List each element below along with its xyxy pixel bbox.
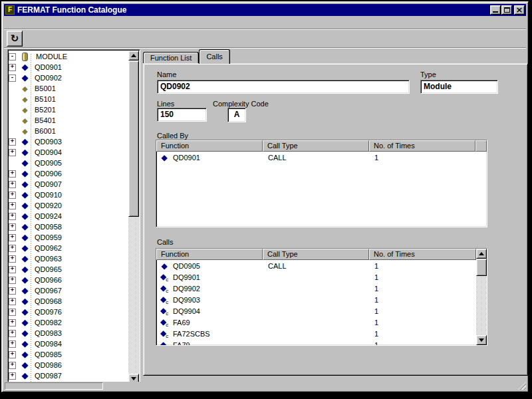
- title-bar[interactable]: F FERMAT Function Catalogue ×: [4, 4, 526, 16]
- tree-scrollbar[interactable]: [128, 51, 139, 384]
- tree-expander-icon[interactable]: +: [9, 287, 16, 295]
- tree-item-label[interactable]: QD0910: [33, 190, 64, 200]
- tree-item-label[interactable]: QD0965: [33, 265, 64, 274]
- column-header-call-type[interactable]: Call Type: [263, 140, 369, 152]
- tree-item-label[interactable]: QD0905: [33, 158, 64, 168]
- tree-item[interactable]: + QD0962: [9, 243, 128, 253]
- tree-expander-icon[interactable]: +: [9, 277, 16, 284]
- tree-item-label[interactable]: B5101: [33, 94, 58, 104]
- tab-calls[interactable]: Calls: [199, 49, 229, 64]
- tree-scroll-up-button[interactable]: [128, 51, 139, 61]
- tree-expander-icon[interactable]: +: [9, 170, 16, 178]
- tree-item[interactable]: + QD0901: [9, 62, 128, 72]
- tree-item[interactable]: B5001: [9, 83, 128, 94]
- tree-item-label[interactable]: QD0983: [33, 329, 64, 338]
- tree-expander-icon[interactable]: +: [9, 234, 16, 241]
- tree-item-label[interactable]: QD0901: [33, 63, 64, 72]
- tree-expander-icon[interactable]: +: [9, 213, 16, 220]
- tree-expander-icon[interactable]: +: [9, 192, 16, 199]
- tree-expander-icon[interactable]: +: [9, 255, 16, 263]
- menu-item[interactable]: [15, 21, 25, 24]
- tree-item[interactable]: + QD0968: [9, 296, 128, 307]
- tree-item-label[interactable]: MODULE: [34, 52, 69, 61]
- menu-item[interactable]: [25, 21, 36, 24]
- tree-item-label[interactable]: QD0987: [33, 371, 64, 380]
- tree-item[interactable]: + QD0903: [9, 136, 128, 147]
- table-row[interactable]: FA79 1: [156, 339, 487, 346]
- tree-item[interactable]: B5401: [9, 115, 128, 126]
- tree-expander-icon[interactable]: -: [9, 74, 16, 82]
- refresh-button[interactable]: ↻: [7, 31, 23, 47]
- tree-item[interactable]: + QD0986: [9, 360, 128, 370]
- tree-item[interactable]: + QD0966: [9, 275, 128, 285]
- tree-expander-icon[interactable]: +: [9, 362, 16, 369]
- tree-item[interactable]: + QD0910: [9, 190, 128, 200]
- tree-item[interactable]: + QD0906: [9, 168, 128, 179]
- tree-expander-icon[interactable]: +: [9, 330, 16, 337]
- tree-item-label[interactable]: B6001: [33, 126, 58, 136]
- tree-expander-icon[interactable]: +: [9, 181, 16, 188]
- column-header-function[interactable]: Function: [156, 249, 263, 260]
- tree-expander-icon[interactable]: +: [9, 340, 16, 348]
- table-row[interactable]: DQ9901 1: [156, 271, 487, 283]
- tree-item[interactable]: + QD0982: [9, 317, 128, 328]
- tree-item[interactable]: + QD0985: [9, 349, 128, 360]
- tree-item[interactable]: B6001: [9, 126, 128, 136]
- tree-item[interactable]: - QD0902: [9, 72, 128, 83]
- tree-item-label[interactable]: QD0906: [33, 169, 64, 178]
- tree-expander-icon[interactable]: +: [9, 266, 16, 273]
- tree-expander-icon[interactable]: +: [9, 351, 16, 358]
- maximize-button[interactable]: [501, 5, 512, 15]
- complexity-code-field[interactable]: A: [227, 108, 246, 122]
- tree-expander-icon[interactable]: +: [9, 64, 16, 71]
- tree-expander-icon[interactable]: +: [9, 138, 16, 146]
- tree-item-label[interactable]: QD0907: [33, 180, 64, 189]
- tree-item[interactable]: + QD0904: [9, 147, 128, 158]
- tree-expander-icon[interactable]: +: [9, 298, 16, 305]
- tree-expander-icon[interactable]: +: [9, 149, 16, 156]
- column-header-call-type[interactable]: Call Type: [263, 249, 369, 260]
- tree-item-label[interactable]: B5001: [33, 84, 58, 93]
- column-header-times[interactable]: No. of Times: [369, 140, 475, 152]
- table-row[interactable]: QD0905 CALL 1: [156, 260, 487, 271]
- tree-item[interactable]: + QD0965: [9, 264, 128, 275]
- tree-item-label[interactable]: B5201: [33, 105, 58, 114]
- tree-item[interactable]: B5201: [9, 104, 128, 115]
- tree-item-label[interactable]: B5401: [33, 116, 58, 125]
- tree-expander-icon[interactable]: -: [9, 53, 16, 61]
- calls-scroll-down-button[interactable]: [476, 335, 487, 345]
- tree-item[interactable]: + QD0976: [9, 307, 128, 317]
- tree-item-label[interactable]: QD0984: [33, 339, 64, 348]
- tree-expander-icon[interactable]: +: [9, 319, 16, 327]
- app-icon[interactable]: F: [5, 5, 15, 15]
- table-row[interactable]: DQ9903 1: [156, 294, 487, 305]
- tree-item-label[interactable]: QD0959: [33, 233, 64, 242]
- tree-item[interactable]: B5101: [9, 94, 128, 104]
- close-button[interactable]: ×: [514, 5, 525, 15]
- menu-item[interactable]: [4, 21, 15, 24]
- tree-item-label[interactable]: QD0958: [33, 222, 64, 231]
- name-field[interactable]: QD0902: [157, 80, 410, 94]
- tree-item[interactable]: + QD0924: [9, 211, 128, 221]
- table-row[interactable]: FA69 1: [156, 317, 487, 328]
- minimize-button[interactable]: [490, 5, 501, 15]
- tree-item[interactable]: + QD0967: [9, 285, 128, 296]
- tree-item-label[interactable]: QD0962: [33, 243, 64, 253]
- type-field[interactable]: Module: [420, 80, 498, 94]
- resize-grip[interactable]: [518, 382, 526, 390]
- tab-function-list[interactable]: Function List: [143, 52, 199, 63]
- tree-item-label[interactable]: QD0968: [33, 297, 64, 306]
- calls-scroll-thumb[interactable]: [476, 259, 487, 276]
- tree-item[interactable]: + QD0987: [9, 370, 128, 381]
- table-row[interactable]: DQ9904 1: [156, 305, 487, 317]
- tree-item-label[interactable]: QD0902: [33, 73, 64, 82]
- tree-item-label[interactable]: QD0986: [33, 360, 64, 370]
- tree-item-label[interactable]: QD0966: [33, 275, 64, 285]
- table-row[interactable]: FA72SCBS 1: [156, 328, 487, 339]
- tree-expander-icon[interactable]: +: [9, 202, 16, 209]
- tree-item-label[interactable]: QD0976: [33, 307, 64, 317]
- table-row[interactable]: QD0901 CALL 1: [156, 152, 487, 163]
- tree-item-label[interactable]: QD0920: [33, 201, 64, 210]
- tree-item[interactable]: + QD0963: [9, 253, 128, 264]
- tree-item[interactable]: + QD0907: [9, 179, 128, 190]
